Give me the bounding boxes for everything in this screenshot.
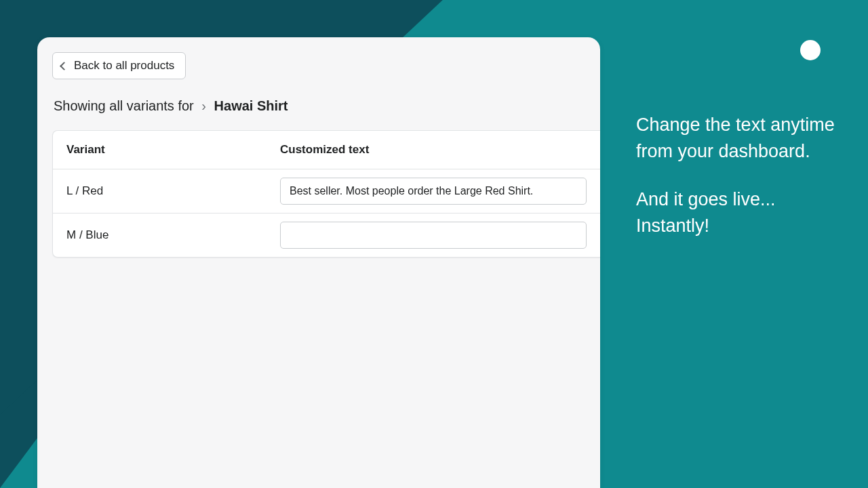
table-row: M / Blue bbox=[53, 214, 600, 257]
back-button-label: Back to all products bbox=[74, 59, 174, 73]
column-header-text: Customized text bbox=[280, 143, 587, 157]
variant-name: L / Red bbox=[66, 184, 280, 198]
variant-name: M / Blue bbox=[66, 228, 280, 242]
breadcrumb: Showing all variants for › Hawai Shirt bbox=[54, 98, 600, 114]
dashboard-card: Back to all products Showing all variant… bbox=[37, 37, 600, 488]
breadcrumb-product: Hawai Shirt bbox=[214, 98, 288, 113]
breadcrumb-separator: › bbox=[201, 98, 206, 113]
customized-text-input[interactable] bbox=[280, 222, 587, 249]
breadcrumb-prefix: Showing all variants for bbox=[54, 98, 194, 113]
table-header: Variant Customized text bbox=[53, 131, 600, 169]
column-header-variant: Variant bbox=[66, 143, 280, 157]
decorative-dot bbox=[800, 40, 821, 60]
variants-table: Variant Customized text L / Red M / Blue bbox=[52, 130, 600, 258]
chevron-left-icon bbox=[60, 62, 68, 70]
back-button[interactable]: Back to all products bbox=[52, 52, 186, 79]
customized-text-input[interactable] bbox=[280, 178, 587, 205]
promo-line-1: Change the text anytime from your dashbo… bbox=[636, 112, 846, 165]
promo-line-2: And it goes live... Instantly! bbox=[636, 186, 846, 239]
table-row: L / Red bbox=[53, 169, 600, 214]
promo-text: Change the text anytime from your dashbo… bbox=[636, 112, 846, 262]
